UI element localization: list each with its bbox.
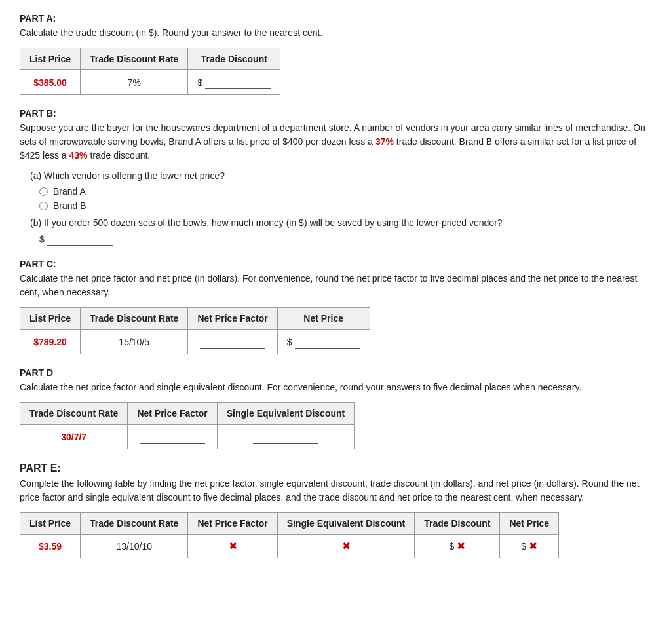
- d-discount-rate-value: 30/7/7: [20, 425, 128, 449]
- part-b-question-a: (a) Which vendor is offering the lower n…: [30, 170, 651, 181]
- radio-brand-b[interactable]: Brand B: [39, 200, 651, 211]
- table-row: $3.59 13/10/10 ✖ ✖ $ ✖ $ ✖: [20, 535, 559, 558]
- e-dollar-sign-1: $: [449, 541, 454, 552]
- c-discount-rate-value: 15/10/5: [81, 330, 188, 354]
- list-price-value: $385.00: [20, 70, 81, 95]
- col-c-trade-discount-rate: Trade Discount Rate: [81, 308, 188, 330]
- part-e-section: PART E: Complete the following table by …: [20, 463, 651, 558]
- brand-a-label: Brand A: [53, 186, 86, 197]
- col-e-net-price: Net Price: [500, 513, 559, 535]
- e-single-equiv-discount-cell: ✖: [277, 535, 414, 558]
- d-net-price-factor-cell: [128, 425, 217, 449]
- trade-discount-wrap: $: [197, 75, 271, 89]
- part-c-description: Calculate the net price factor and net p…: [20, 272, 651, 299]
- c-net-price-cell: $: [277, 330, 370, 354]
- part-b-desc3: trade discount.: [88, 150, 151, 161]
- c-net-price-factor-input[interactable]: [200, 335, 265, 349]
- col-e-list-price: List Price: [20, 513, 81, 535]
- part-a-label: PART A:: [20, 13, 651, 24]
- part-c-table: List Price Trade Discount Rate Net Price…: [20, 307, 370, 354]
- col-trade-discount-rate: Trade Discount Rate: [81, 48, 188, 70]
- col-c-net-price-factor: Net Price Factor: [188, 308, 277, 330]
- col-c-list-price: List Price: [20, 308, 81, 330]
- col-trade-discount: Trade Discount: [188, 48, 280, 70]
- brand-b-label: Brand B: [53, 200, 86, 211]
- part-d-description: Calculate the net price factor and singl…: [20, 381, 651, 394]
- col-d-single-equiv-discount: Single Equivalent Discount: [217, 403, 354, 425]
- col-e-trade-discount: Trade Discount: [415, 513, 500, 535]
- col-e-single-equiv-discount: Single Equivalent Discount: [277, 513, 414, 535]
- col-list-price: List Price: [20, 48, 81, 70]
- x-mark-4: ✖: [529, 540, 537, 552]
- col-d-trade-discount-rate: Trade Discount Rate: [20, 403, 128, 425]
- x-mark-2: ✖: [342, 540, 351, 552]
- part-b-question-b: (b) If you order 500 dozen sets of the b…: [30, 218, 651, 228]
- table-row: $789.20 15/10/5 $: [20, 330, 370, 354]
- c-net-price-factor-cell: [188, 330, 277, 354]
- trade-discount-input[interactable]: [205, 75, 271, 89]
- trade-discount-input-cell: $: [188, 70, 280, 95]
- table-row: 30/7/7: [20, 425, 355, 449]
- e-discount-rate-value: 13/10/10: [81, 535, 188, 558]
- part-d-table: Trade Discount Rate Net Price Factor Sin…: [20, 402, 355, 449]
- e-list-price-value: $3.59: [20, 535, 81, 558]
- part-e-description: Complete the following table by finding …: [20, 477, 651, 504]
- x-mark-3: ✖: [457, 540, 465, 552]
- part-b-label: PART B:: [20, 108, 651, 119]
- part-d-label: PART D: [20, 368, 651, 378]
- e-trade-discount-cell: $ ✖: [415, 535, 500, 558]
- c-net-price-wrap: $: [287, 335, 360, 349]
- d-single-equiv-discount-cell: [217, 425, 354, 449]
- part-b-description: Suppose you are the buyer for the housew…: [20, 121, 651, 162]
- x-mark-1: ✖: [229, 540, 237, 552]
- e-net-price-cell: $ ✖: [500, 535, 559, 558]
- e-net-price-wrap: $ ✖: [509, 540, 549, 552]
- e-dollar-sign-2: $: [521, 541, 526, 552]
- e-net-price-factor-cell: ✖: [188, 535, 277, 558]
- part-a-section: PART A: Calculate the trade discount (in…: [20, 13, 651, 95]
- col-c-net-price: Net Price: [277, 308, 370, 330]
- d-single-equiv-discount-input[interactable]: [253, 430, 318, 444]
- part-e-table: List Price Trade Discount Rate Net Price…: [20, 512, 559, 558]
- part-b-dollar-wrap: $: [39, 232, 651, 246]
- radio-brand-a-input[interactable]: [39, 187, 48, 196]
- part-e-label: PART E:: [20, 463, 651, 474]
- d-net-price-factor-input[interactable]: [140, 430, 205, 444]
- radio-brand-a[interactable]: Brand A: [39, 186, 651, 197]
- table-row: $385.00 7% $: [20, 70, 280, 95]
- col-e-trade-discount-rate: Trade Discount Rate: [81, 513, 188, 535]
- part-b-dollar-sign: $: [39, 234, 45, 244]
- part-a-table: List Price Trade Discount Rate Trade Dis…: [20, 48, 280, 95]
- col-d-net-price-factor: Net Price Factor: [128, 403, 217, 425]
- c-dollar-sign: $: [287, 337, 292, 347]
- c-list-price-value: $789.20: [20, 330, 81, 354]
- part-c-label: PART C:: [20, 259, 651, 269]
- part-d-section: PART D Calculate the net price factor an…: [20, 368, 651, 449]
- part-e-label-text: PART E:: [20, 463, 61, 474]
- part-c-section: PART C: Calculate the net price factor a…: [20, 259, 651, 354]
- col-e-net-price-factor: Net Price Factor: [188, 513, 277, 535]
- part-a-description: Calculate the trade discount (in $). Rou…: [20, 26, 651, 40]
- part-b-highlight2: 43%: [69, 150, 88, 161]
- radio-brand-b-input[interactable]: [39, 202, 48, 210]
- part-b-savings-input[interactable]: [47, 232, 113, 246]
- discount-rate-value: 7%: [81, 70, 188, 95]
- part-b-section: PART B: Suppose you are the buyer for th…: [20, 108, 651, 246]
- e-trade-discount-wrap: $ ✖: [424, 540, 490, 552]
- radio-group: Brand A Brand B: [39, 186, 651, 211]
- c-net-price-input[interactable]: [295, 335, 360, 349]
- dollar-sign: $: [197, 77, 202, 88]
- part-b-highlight1: 37%: [375, 136, 394, 147]
